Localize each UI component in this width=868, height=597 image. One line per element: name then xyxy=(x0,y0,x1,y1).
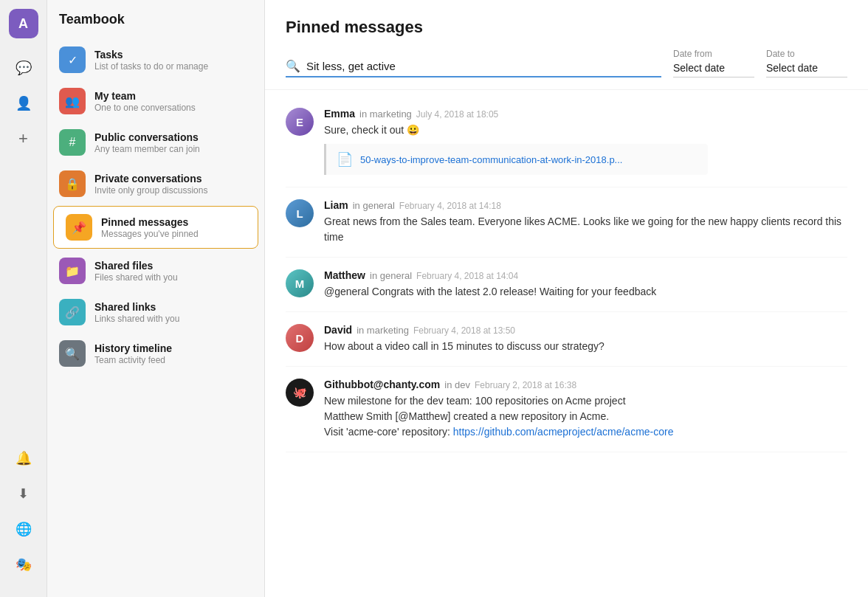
date-from-label: Date from xyxy=(673,49,712,59)
shared-links-sublabel: Links shared with you xyxy=(94,314,179,324)
message-item-3: MMatthewin generalFebruary 4, 2018 at 14… xyxy=(286,258,847,312)
message-author-2: Liam xyxy=(324,199,348,211)
chat-icon[interactable]: 💬 xyxy=(9,53,38,83)
private-conversations-label: Private conversations xyxy=(94,173,207,184)
history-timeline-sublabel: Team activity feed xyxy=(94,355,172,365)
date-to-label: Date to xyxy=(766,49,795,59)
message-time-2: February 4, 2018 at 14:18 xyxy=(399,201,501,211)
sidebar-item-private-conversations[interactable]: 🔒Private conversationsInvite only group … xyxy=(47,163,264,204)
download-icon[interactable]: ⬇ xyxy=(9,479,38,508)
message-time-3: February 4, 2018 at 14:04 xyxy=(416,271,518,281)
public-conversations-label: Public conversations xyxy=(94,131,200,143)
sidebar-item-my-team[interactable]: 👥My teamOne to one conversations xyxy=(47,80,264,122)
sidebar-item-public-conversations[interactable]: #Public conversationsAny team member can… xyxy=(47,122,264,163)
message-body-1: Sure, check it out 😀 xyxy=(324,122,847,138)
shared-files-label: Shared files xyxy=(94,260,178,272)
pinned-messages-label: Pinned messages xyxy=(101,216,199,228)
date-from-value[interactable]: Select date xyxy=(673,62,754,77)
avatar-matthew: M xyxy=(286,269,314,297)
message-channel-4: in marketing xyxy=(356,325,409,336)
message-time-5: February 2, 2018 at 16:38 xyxy=(475,380,576,390)
search-box: 🔍 xyxy=(286,59,661,77)
shared-files-icon: 📁 xyxy=(59,258,86,284)
message-channel-5: in dev xyxy=(444,379,470,390)
message-item-4: DDavidin marketingFebruary 4, 2018 at 13… xyxy=(286,312,847,367)
message-author-1: Emma xyxy=(324,108,355,120)
file-attachment-1: 📄50-ways-to-improve-team-communication-a… xyxy=(324,144,708,175)
sidebar-item-pinned-messages[interactable]: 📌Pinned messagesMessages you've pinned xyxy=(53,206,258,249)
avatar-david: D xyxy=(286,324,314,352)
history-timeline-icon: 🔍 xyxy=(59,340,86,367)
sidebar-item-history-timeline[interactable]: 🔍History timelineTeam activity feed xyxy=(47,333,264,374)
main-header: Pinned messages 🔍 Date from Select date … xyxy=(265,0,868,90)
message-time-1: July 4, 2018 at 18:05 xyxy=(416,109,498,120)
public-conversations-sublabel: Any team member can join xyxy=(94,144,200,154)
pinned-messages-sublabel: Messages you've pinned xyxy=(101,229,199,239)
message-body-3: @general Congrats with the latest 2.0 re… xyxy=(324,284,847,300)
search-input[interactable] xyxy=(306,60,661,72)
messages-list: EEmmain marketingJuly 4, 2018 at 18:05Su… xyxy=(265,90,868,597)
message-channel-1: in marketing xyxy=(359,108,412,120)
sidebar-title: Teambook xyxy=(47,12,264,39)
message-author-3: Matthew xyxy=(324,269,365,281)
message-channel-3: in general xyxy=(370,270,412,281)
message-channel-2: in general xyxy=(353,200,395,211)
message-link-5[interactable]: https://github.com/acmeproject/acme/acme… xyxy=(453,426,674,438)
history-timeline-label: History timeline xyxy=(94,342,172,354)
message-body-2: Great news from the Sales team. Everyone… xyxy=(324,214,847,245)
message-body-5: New milestone for the dev team: 100 repo… xyxy=(324,393,847,440)
message-item-1: EEmmain marketingJuly 4, 2018 at 18:05Su… xyxy=(286,96,847,187)
avatar-emma: E xyxy=(286,108,314,136)
public-conversations-icon: # xyxy=(59,129,86,156)
my-team-label: My team xyxy=(94,90,196,102)
sidebar: Teambook ✓TasksList of tasks to do or ma… xyxy=(47,0,265,597)
search-filter-row: 🔍 Date from Select date Date to Select d… xyxy=(286,49,847,77)
avatar-githubbotchantycom: 🐙 xyxy=(286,379,314,407)
private-conversations-sublabel: Invite only group discussions xyxy=(94,185,207,196)
shared-files-sublabel: Files shared with you xyxy=(94,272,178,283)
pinned-messages-icon: 📌 xyxy=(66,214,92,241)
message-time-4: February 4, 2018 at 13:50 xyxy=(413,325,515,336)
message-item-5: 🐙Githubbot@chanty.comin devFebruary 2, 2… xyxy=(286,367,847,452)
search-icon: 🔍 xyxy=(286,59,300,73)
tasks-sublabel: List of tasks to do or manage xyxy=(94,61,208,72)
my-team-sublabel: One to one conversations xyxy=(94,103,196,113)
message-item-2: LLiamin generalFebruary 4, 2018 at 14:18… xyxy=(286,187,847,258)
app-avatar[interactable]: A xyxy=(9,9,38,38)
bell-icon[interactable]: 🔔 xyxy=(9,444,38,473)
tasks-label: Tasks xyxy=(94,49,208,61)
my-team-icon: 👥 xyxy=(59,88,86,114)
avatar-liam: L xyxy=(286,199,314,227)
message-body-4: How about a video call in 15 minutes to … xyxy=(324,339,847,354)
add-icon[interactable]: + xyxy=(9,124,38,153)
sidebar-item-shared-files[interactable]: 📁Shared filesFiles shared with you xyxy=(47,250,264,291)
shared-links-icon: 🔗 xyxy=(59,299,86,325)
date-to-filter: Date to Select date xyxy=(766,49,847,77)
date-from-filter: Date from Select date xyxy=(673,49,754,77)
shared-links-label: Shared links xyxy=(94,301,179,313)
private-conversations-icon: 🔒 xyxy=(59,170,86,197)
page-title: Pinned messages xyxy=(286,18,847,37)
icon-bar: A 💬 👤 + 🔔 ⬇ 🌐 🎭 xyxy=(0,0,47,597)
file-name-1[interactable]: 50-ways-to-improve-team-communication-at… xyxy=(360,154,622,165)
contacts-icon[interactable]: 👤 xyxy=(9,89,38,118)
message-author-5: Githubbot@chanty.com xyxy=(324,379,440,390)
date-to-value[interactable]: Select date xyxy=(766,62,847,77)
main-content: Pinned messages 🔍 Date from Select date … xyxy=(265,0,868,597)
profile-icon[interactable]: 🎭 xyxy=(9,550,38,579)
message-author-4: David xyxy=(324,324,352,336)
file-icon-1: 📄 xyxy=(337,151,353,168)
sidebar-item-shared-links[interactable]: 🔗Shared linksLinks shared with you xyxy=(47,291,264,333)
sidebar-item-tasks[interactable]: ✓TasksList of tasks to do or manage xyxy=(47,39,264,80)
tasks-icon: ✓ xyxy=(59,46,86,73)
globe-icon[interactable]: 🌐 xyxy=(9,514,38,544)
